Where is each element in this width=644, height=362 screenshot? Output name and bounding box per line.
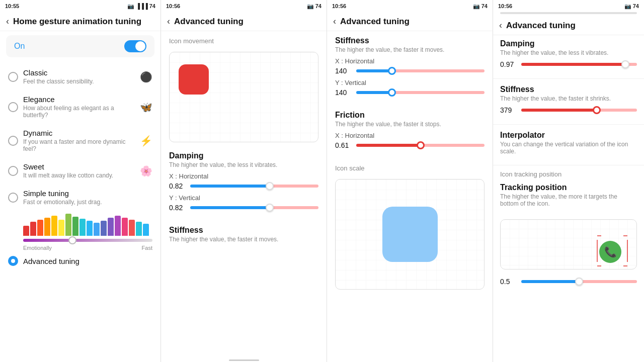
tracking-track[interactable] — [521, 280, 637, 283]
color-bar-item — [136, 222, 142, 236]
battery-icon-3: 📷 — [473, 3, 480, 10]
option-title-simple: Simple tuning — [23, 189, 152, 198]
stiffness-y-val: 140 — [335, 88, 352, 97]
radio-advanced — [8, 256, 18, 266]
option-text-advanced: Advanced tuning — [23, 257, 152, 265]
friction-title-p3: Friction — [335, 111, 485, 120]
option-text-dynamic: Dynamic If you want a faster and more dy… — [23, 129, 135, 152]
option-sub-sweet: It will melt away like cotton candy. — [23, 172, 135, 179]
option-title-elegance: Elegance — [23, 95, 135, 104]
option-text-simple: Simple tuning Fast or emotionally, just … — [23, 189, 152, 206]
status-bar-4: 10:56 📷 74 — [493, 0, 644, 12]
back-button-3[interactable]: ‹ — [333, 16, 336, 27]
stiffness-y-track[interactable] — [356, 91, 485, 94]
option-simple-tuning[interactable]: Simple tuning Fast or emotionally, just … — [0, 184, 160, 211]
phone-app-icon: 📞 — [599, 241, 621, 263]
tracking-slider-row: 0.5 — [500, 278, 637, 286]
interpolator-desc-p4: You can change the vertical variation of… — [500, 141, 637, 155]
slider-label-right: Fast — [142, 245, 152, 251]
slider-label-left: Emotionally — [23, 245, 52, 251]
damping-y-slider-row: 0.82 — [169, 204, 318, 212]
icon-movement-grid — [169, 52, 318, 142]
radio-dynamic — [8, 136, 18, 146]
damping-thumb-p4 — [621, 60, 629, 68]
page-title-1: Home gesture animation tuning — [13, 17, 154, 27]
time-3: 10:56 — [332, 3, 346, 9]
back-button-4[interactable]: ‹ — [499, 20, 502, 31]
damping-title-p2: Damping — [169, 151, 318, 160]
divider-3-p4 — [493, 165, 644, 165]
color-bar-item — [129, 220, 135, 236]
simple-slider-row — [0, 236, 160, 244]
back-button-2[interactable]: ‹ — [167, 16, 170, 27]
classic-icon: ⚫ — [140, 71, 152, 83]
stiffness-y-thumb — [388, 88, 396, 97]
tracking-thumb — [575, 278, 583, 286]
panel-1: 10:55 📷 ▐▐▐ 74 ‹ Home gesture animation … — [0, 0, 161, 362]
damping-x-track[interactable] — [190, 185, 318, 188]
color-bar-item — [58, 220, 64, 236]
friction-x-label-p3: X : Horizontal — [335, 132, 485, 139]
option-sweet[interactable]: Sweet It will melt away like cotton cand… — [0, 157, 160, 184]
option-title-sweet: Sweet — [23, 162, 135, 171]
damping-x-val: 0.82 — [169, 182, 186, 190]
color-bar-item — [37, 220, 43, 236]
option-sub-classic: Feel the classic sensibility. — [23, 78, 135, 85]
scale-icon — [382, 207, 438, 262]
damping-x-label-p2: X : Horizontal — [169, 172, 318, 180]
option-text-elegance: Elegance How about feeling as elegant as… — [23, 95, 135, 119]
stiffness-title-p3: Stiffness — [335, 36, 485, 45]
page-title-2: Advanced tuning — [174, 17, 320, 27]
simple-slider[interactable] — [23, 239, 152, 242]
color-bar-item — [30, 222, 36, 236]
time-4: 10:56 — [498, 3, 512, 9]
option-classic[interactable]: Classic Feel the classic sensibility. ⚫ — [0, 63, 160, 90]
tracking-section-p4: Tracking position The higher the value, … — [493, 179, 644, 215]
battery-level-4: 74 — [633, 3, 639, 9]
header-1: ‹ Home gesture animation tuning — [0, 12, 160, 31]
stiffness-x-slider-row: 140 — [335, 67, 485, 75]
color-bar-item — [122, 218, 128, 236]
damping-y-track[interactable] — [190, 206, 318, 209]
header-3: ‹ Advanced tuning — [327, 12, 493, 31]
option-dynamic[interactable]: Dynamic If you want a faster and more dy… — [0, 124, 160, 157]
back-button-1[interactable]: ‹ — [6, 16, 9, 27]
status-icons-3: 📷 74 — [473, 3, 488, 10]
damping-x-slider-row: 0.82 — [169, 182, 318, 190]
option-elegance[interactable]: Elegance How about feeling as elegant as… — [0, 90, 160, 124]
stiffness-track-p4[interactable] — [521, 109, 637, 112]
option-sub-dynamic: If you want a faster and more dynamic fe… — [23, 138, 135, 152]
stiffness-desc-p3: The higher the value, the faster it move… — [335, 46, 485, 53]
color-bar-item — [143, 224, 149, 236]
toggle-switch[interactable] — [124, 40, 146, 52]
option-advanced-tuning[interactable]: Advanced tuning — [0, 251, 160, 271]
damping-section-p4: Damping The higher the value, the less i… — [493, 35, 644, 76]
stiffness-section-p3: Stiffness The higher the value, the fast… — [327, 31, 493, 106]
status-bar-2: 10:56 📷 74 — [161, 0, 327, 12]
stiffness-val-p4: 379 — [500, 106, 517, 114]
signal-icon-1: ▐▐▐ — [136, 3, 147, 9]
toggle-row: On — [6, 35, 154, 57]
stiffness-title-p4: Stiffness — [500, 85, 637, 94]
color-bars — [0, 211, 160, 236]
friction-x-slider-row: 0.61 — [335, 141, 485, 149]
damping-title-p4: Damping — [500, 39, 637, 48]
stiffness-x-thumb — [388, 67, 396, 75]
battery-level-3: 74 — [481, 3, 488, 9]
color-bar-item — [65, 214, 71, 236]
stiffness-x-track[interactable] — [356, 69, 485, 72]
panel-2: 10:56 📷 74 ‹ Advanced tuning Icon moveme… — [161, 0, 327, 362]
stiffness-title-p2: Stiffness — [169, 226, 318, 235]
stiffness-y-slider-row: 140 — [335, 88, 485, 97]
stiffness-slider-row-p4: 379 — [500, 106, 637, 114]
damping-track-p4[interactable] — [521, 63, 637, 66]
friction-x-track[interactable] — [356, 144, 485, 147]
toggle-label: On — [14, 42, 25, 51]
color-bar-item — [44, 218, 50, 236]
battery-level-2: 74 — [315, 3, 321, 9]
color-bar-item — [87, 221, 93, 236]
stiffness-section-p2: Stiffness The higher the value, the fast… — [161, 221, 327, 252]
icon-scale-grid — [335, 179, 485, 290]
friction-section-p3: Friction The higher the value, the faste… — [327, 106, 493, 158]
friction-x-val: 0.61 — [335, 141, 352, 149]
